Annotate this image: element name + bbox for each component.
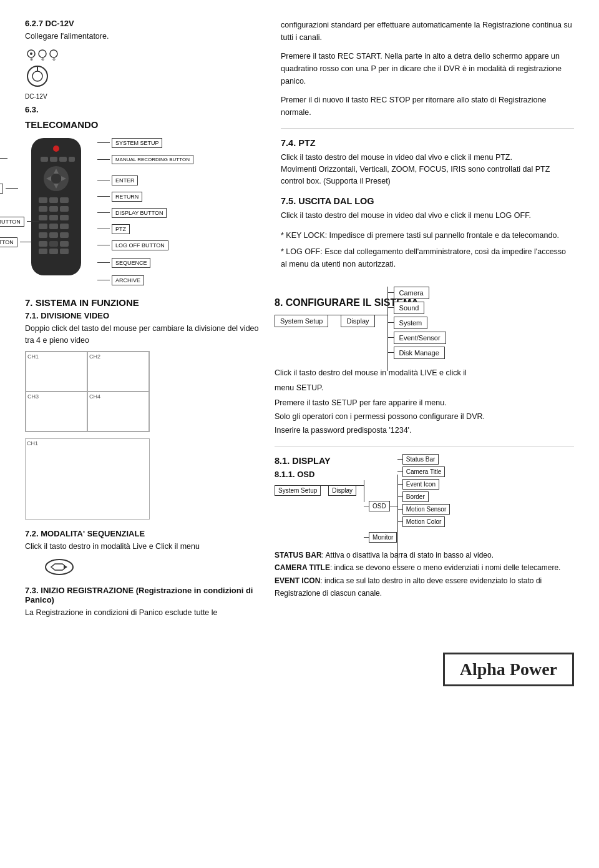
svg-rect-30 — [60, 215, 69, 220]
sequence-icon — [44, 558, 262, 578]
manual-recording-label: MANUAL RECORDING BUTTON — [97, 155, 193, 164]
video-single-ch1: CH1 — [25, 438, 150, 520]
osd-border-node: Border — [402, 491, 429, 502]
config-text3: Premere il tasto SETUP per fare apparire… — [275, 397, 574, 409]
svg-rect-12 — [41, 157, 48, 162]
dc-connector-icon: ⊕ ⊗ ⊕ — [25, 46, 62, 61]
config-text5: Inserire la password predisposta '1234'. — [275, 424, 574, 436]
section-74-title: 7.4. PTZ — [281, 138, 574, 148]
divisione-text: Doppio click del tasto del mouse per cam… — [25, 323, 262, 347]
svg-text:⊗: ⊗ — [41, 57, 44, 61]
svg-rect-13 — [50, 157, 57, 162]
tree-eventsensor-node: Event/Sensor — [394, 332, 446, 344]
svg-rect-33 — [60, 224, 69, 229]
enter-label: ENTER — [97, 175, 193, 185]
svg-rect-41 — [49, 249, 58, 254]
osd-motioncolor-node: Motion Color — [402, 516, 446, 527]
osd-cameratitle-node: Camera Title — [402, 466, 446, 477]
osd-monitor-node: Monitor — [369, 532, 397, 543]
return-label: RETURN — [97, 192, 193, 202]
tree-camera-node: Camera — [394, 287, 429, 299]
tree-system-node: System — [394, 317, 428, 329]
tree-diskmanage-node: Disk Manage — [394, 347, 445, 359]
system-setup-label: SYSTEM SETUP — [97, 138, 193, 148]
svg-rect-27 — [60, 206, 69, 212]
section-75-title: 7.5. USCITA DAL LOG — [281, 196, 574, 206]
sequence-label: SEQUENCE — [97, 258, 193, 268]
menu-button-label: MENU BUTTON — [0, 237, 39, 247]
svg-rect-37 — [39, 241, 47, 247]
alpha-power-logo: Alpha Power — [443, 653, 574, 686]
svg-rect-14 — [59, 157, 67, 162]
svg-rect-40 — [39, 249, 47, 254]
navigation-label: Navigation — [0, 184, 39, 194]
key-lock-note: * KEY LOCK: Impedisce di premere tasti s… — [281, 229, 574, 242]
config-text1: Click il tasto destro del mouse in modal… — [275, 367, 574, 379]
osd-systemsetup-node: System Setup — [275, 485, 321, 496]
osd-eventicon-node: Event Icon — [402, 479, 439, 490]
sistema-title: 7. SISTEMA IN FUNZIONE — [25, 297, 262, 308]
svg-point-1 — [30, 52, 32, 55]
video-cell-ch1: CH1 — [26, 352, 87, 392]
svg-rect-39 — [60, 241, 69, 247]
svg-rect-34 — [39, 232, 47, 238]
svg-rect-24 — [60, 197, 69, 203]
svg-text:⊕: ⊕ — [30, 57, 33, 61]
video-cell-ch4: CH4 — [87, 392, 149, 432]
right-top-text1: configurazioni standard per effettuare a… — [281, 19, 574, 44]
section-627-subtitle: Collegare l'alimentatore. — [25, 31, 262, 42]
section-74-text1: Click il tasto destro del mouse in video… — [281, 152, 574, 164]
statusbar-bold: STATUS BAR — [275, 551, 322, 560]
video-cell-ch3: CH3 — [26, 392, 87, 432]
tree-sound-node: Sound — [394, 302, 425, 314]
section-75-text1: Click il tasto destro del mouse in video… — [281, 210, 574, 222]
right-top-text2: Premere il tasto REC START. Nella parte … — [281, 50, 574, 87]
svg-rect-31 — [39, 224, 47, 229]
section-73-title: 7.3. INIZIO REGISTRAZIONE (Registrazione… — [25, 586, 262, 604]
telecomando-title: TELECOMANDO — [25, 119, 262, 130]
config-text4: Solo gli operatori con i permessi posson… — [275, 410, 574, 423]
statusbar-text: : Attiva o disattiva la barra di stato i… — [322, 551, 494, 560]
svg-rect-38 — [49, 241, 58, 247]
cameratitle-bold: CAMERA TITLE — [275, 563, 330, 572]
osd-statusbar-node: Status Bar — [402, 454, 439, 465]
tree-display-node: Display — [341, 315, 374, 327]
log-off-note: * LOG OFF: Esce dal collegamento dell'am… — [281, 245, 574, 270]
svg-point-3 — [50, 50, 57, 57]
svg-rect-22 — [39, 197, 47, 203]
video-grid-4ch: CH1 CH2 CH3 CH4 — [25, 351, 150, 432]
right-top-text3: Premer il di nuovo il tasto REC STOP per… — [281, 94, 574, 119]
svg-rect-36 — [60, 232, 69, 238]
svg-rect-25 — [39, 206, 47, 212]
section-63-title: 6.3. — [25, 105, 262, 114]
eventicon-bold: EVENT ICON — [275, 576, 320, 585]
svg-point-2 — [39, 50, 46, 57]
power-adapter-icon — [25, 64, 50, 89]
power-label: Power — [0, 154, 39, 164]
svg-rect-32 — [49, 224, 58, 229]
cameratitle-text: : indica se devono essere o meno evidenz… — [330, 563, 561, 572]
section-73-text: La Registrazione in condizioni di Panico… — [25, 607, 262, 619]
svg-rect-29 — [49, 215, 58, 220]
search-button-label: SEARCH BUTTON — [0, 217, 39, 227]
svg-point-43 — [46, 560, 73, 575]
tree-root-node: System Setup — [275, 315, 328, 327]
archive-label: ARCHIVE — [97, 275, 193, 285]
system-tree: System Setup Display Camera — [275, 315, 574, 359]
osd-motionsensor-node: Motion Sensor — [402, 504, 450, 515]
config-text2: menu SETUP. — [275, 382, 574, 394]
ptz-label: PTZ — [97, 224, 193, 234]
video-cell-ch2: CH2 — [87, 352, 149, 392]
cameratitle-description: CAMERA TITLE: indica se devono essere o … — [275, 561, 574, 574]
svg-rect-28 — [39, 215, 47, 220]
dc-12v-label: DC-12V — [25, 93, 262, 100]
svg-point-8 — [32, 71, 42, 81]
section-72-title: 7.2. MODALITA' SEQUENZIALE — [25, 529, 262, 538]
osd-tree: System Setup Display OSD — [275, 485, 574, 543]
svg-point-17 — [51, 174, 61, 184]
log-off-button-label: LOG OFF BUTTON — [97, 240, 193, 250]
divisione-title: 7.1. DIVISIONE VIDEO — [25, 311, 262, 320]
section-74-text2: Movimenti Orizzontali, Verticali, ZOOM, … — [281, 164, 574, 187]
svg-rect-15 — [69, 157, 75, 162]
display-button-label: DISPLAY BUTTON — [97, 208, 193, 218]
